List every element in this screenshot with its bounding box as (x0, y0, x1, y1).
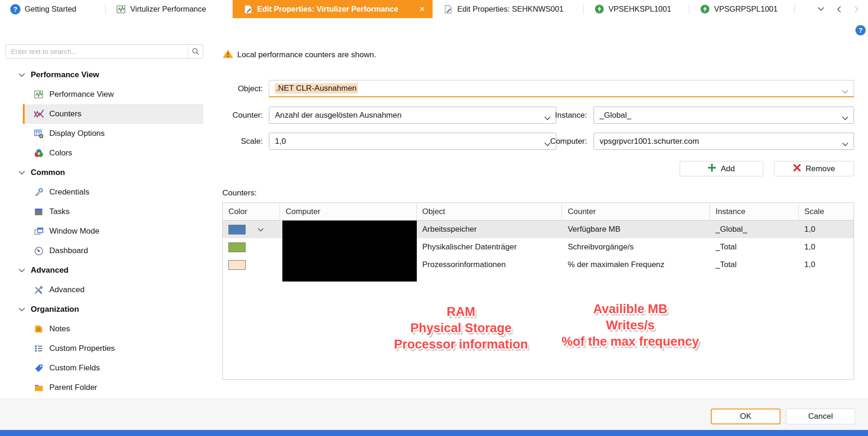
sidebar-item-counters[interactable]: Counters (0, 104, 209, 124)
remove-button-label: Remove (806, 164, 835, 174)
folder-icon (33, 383, 44, 392)
sidebar-search (6, 44, 203, 59)
scale-combobox[interactable]: 1,0 (269, 133, 556, 150)
status-bar (0, 430, 868, 436)
instance-value: _Global_ (600, 111, 631, 120)
settings-nav: Performance View Performance View Counte… (0, 65, 209, 397)
column-header-color[interactable]: Color (223, 203, 280, 220)
chevron-down-icon[interactable] (842, 114, 848, 123)
counters-section-label: Counters: (222, 188, 257, 198)
sidebar-item-notes[interactable]: Notes (0, 319, 209, 339)
object-combobox[interactable]: .NET CLR-Ausnahmen (269, 80, 854, 97)
object-value: .NET CLR-Ausnahmen (275, 83, 358, 94)
computer-value: vpsgrpvcr1001.schurter.com (600, 137, 699, 146)
sidebar-item-label: Display Options (49, 129, 105, 138)
ok-button[interactable]: OK (711, 409, 781, 424)
chevron-right-icon[interactable] (851, 4, 861, 14)
sidebar-item-dashboard[interactable]: Dashboard (0, 241, 209, 261)
notes-icon (33, 324, 44, 334)
cancel-button[interactable]: Cancel (786, 409, 855, 424)
sidebar-item-window-mode[interactable]: Window Mode (0, 221, 209, 241)
chevron-down-icon (19, 171, 25, 175)
counter-value: Anzahl der ausgelösten Ausnahmen (275, 111, 401, 120)
sidebar-item-label: Credentials (49, 188, 89, 197)
tab-getting-started[interactable]: ? Getting Started (0, 0, 105, 18)
annotation-objects: RAM Physical Storage Processor informati… (394, 304, 528, 353)
sidebar-item-colors[interactable]: Colors (0, 143, 209, 163)
nav-group-label: Organization (31, 305, 79, 314)
bullet-list-icon (33, 344, 44, 353)
sidebar-item-parent-folder[interactable]: Parent Folder (0, 378, 209, 397)
tab-label: VPSGRPSPL1001 (714, 5, 778, 13)
warning-banner: Local performance counters are shown. (222, 49, 376, 61)
color-swatch[interactable] (228, 242, 246, 252)
counter-combobox[interactable]: Anzahl der ausgelösten Ausnahmen (269, 107, 556, 124)
column-header-scale[interactable]: Scale (799, 203, 854, 220)
color-swatch[interactable] (228, 260, 246, 270)
close-tab-icon[interactable]: ✕ (417, 4, 427, 14)
remove-button[interactable]: Remove (774, 161, 854, 176)
instance-combobox[interactable]: _Global_ (594, 107, 854, 124)
sidebar-item-advanced[interactable]: Advanced (0, 280, 209, 300)
computer-combobox[interactable]: vpsgrpvcr1001.schurter.com (594, 133, 854, 150)
tab-vpsehkspl1001[interactable]: VPSEHKSPL1001 (584, 0, 689, 18)
scale-cell: 1,0 (799, 238, 854, 256)
sidebar-item-custom-properties[interactable]: Custom Properties (0, 339, 209, 358)
sidebar-item-label: Parent Folder (49, 383, 97, 392)
column-header-instance[interactable]: Instance (710, 203, 799, 220)
search-input[interactable] (6, 45, 188, 58)
nav-group-advanced[interactable]: Advanced (0, 261, 209, 280)
key-icon (33, 188, 44, 197)
column-header-object[interactable]: Object (417, 203, 562, 220)
search-icon[interactable] (188, 45, 203, 58)
chevron-down-icon[interactable] (842, 87, 848, 96)
sidebar-item-custom-fields[interactable]: Custom Fields (0, 358, 209, 378)
scale-value: 1,0 (275, 137, 286, 146)
color-swatch[interactable] (228, 225, 246, 235)
chevron-left-icon[interactable] (834, 4, 844, 14)
nav-group-organization[interactable]: Organization (0, 300, 209, 319)
server-icon (594, 5, 604, 14)
chevron-down-icon (19, 73, 25, 77)
counter-cell: % der maximalen Frequenz (562, 256, 710, 274)
instance-cell: _Global_ (710, 221, 799, 238)
tab-vpsgrpspl1001[interactable]: VPSGRPSPL1001 (689, 0, 795, 18)
help-circle-icon: ? (10, 4, 20, 14)
tasks-icon (33, 207, 44, 216)
chevron-down-icon[interactable] (816, 4, 826, 14)
tab-label: VPSEHKSPL1001 (608, 5, 671, 13)
nav-group-common[interactable]: Common (0, 163, 209, 182)
edit-page-icon (443, 5, 453, 14)
redaction-box (282, 221, 417, 282)
column-header-counter[interactable]: Counter (562, 203, 710, 220)
counter-label: Counter: (205, 111, 263, 120)
scale-cell: 1,0 (799, 256, 854, 274)
chevron-down-icon[interactable] (258, 225, 264, 234)
tab-label: Edit Properties: SEHKNWS001 (457, 5, 563, 13)
sidebar-item-credentials[interactable]: Credentials (0, 182, 209, 202)
tab-edit-properties-virtulizer[interactable]: Edit Properties: Virtulizer Performance … (233, 0, 433, 18)
tab-scroll-controls (816, 0, 868, 18)
nav-group-label: Performance View (31, 70, 99, 80)
chevron-down-icon (19, 308, 25, 312)
add-button-label: Add (721, 164, 734, 174)
server-icon (700, 5, 710, 14)
counters-icon (33, 109, 44, 119)
nav-group-performance-view[interactable]: Performance View (0, 65, 209, 85)
sidebar-item-performance-view[interactable]: Performance View (0, 85, 209, 104)
display-options-icon (33, 129, 44, 138)
tab-edit-properties-sehknws001[interactable]: Edit Properties: SEHKNWS001 (433, 0, 583, 18)
add-button[interactable]: Add (680, 161, 763, 176)
sidebar-item-label: Counters (49, 109, 81, 119)
sidebar-item-display-options[interactable]: Display Options (0, 124, 209, 143)
scale-label: Scale: (205, 137, 263, 146)
tab-virtulizer-performance[interactable]: Virtulizer Performance (106, 0, 233, 18)
column-header-computer[interactable]: Computer (280, 203, 417, 220)
color-cell (223, 256, 280, 274)
computer-label: Computer: (526, 137, 587, 146)
chevron-down-icon[interactable] (842, 140, 848, 149)
sidebar-item-tasks[interactable]: Tasks (0, 202, 209, 221)
help-button[interactable]: ? (855, 25, 866, 35)
table-header: Color Computer Object Counter Instance S… (223, 203, 854, 221)
warning-icon (222, 49, 234, 61)
